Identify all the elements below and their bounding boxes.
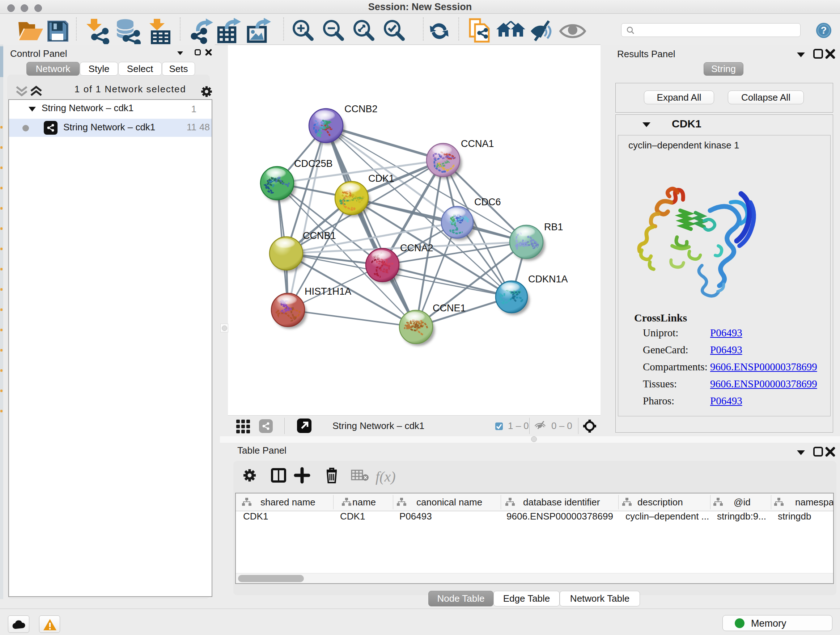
svg-text:CDC25B: CDC25B (294, 158, 333, 169)
svg-text:CCNB2: CCNB2 (344, 103, 378, 114)
svg-text:HIST1H1A: HIST1H1A (305, 286, 351, 297)
svg-text:CCNA2: CCNA2 (400, 242, 433, 253)
svg-text:?: ? (821, 25, 827, 36)
svg-text:CCNB1: CCNB1 (303, 230, 336, 241)
svg-text:CDK1: CDK1 (368, 173, 394, 184)
svg-text:CCNE1: CCNE1 (433, 302, 466, 314)
svg-text:RB1: RB1 (544, 222, 563, 233)
svg-text:CCNA1: CCNA1 (461, 138, 494, 149)
svg-text:CDC6: CDC6 (474, 196, 501, 207)
svg-text:CDKN1A: CDKN1A (528, 274, 568, 285)
